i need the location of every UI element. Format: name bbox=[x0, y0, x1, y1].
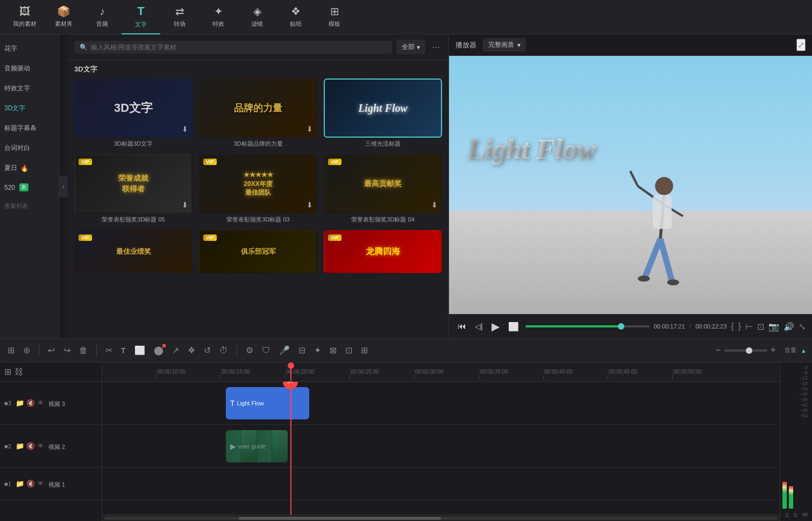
play-button[interactable]: ▶ bbox=[489, 319, 502, 334]
composite-button[interactable]: ↗ bbox=[170, 344, 181, 356]
zoom-out-button[interactable]: − bbox=[715, 345, 721, 356]
magnet-button[interactable]: ⊛ bbox=[21, 344, 32, 356]
content-area: 🔍 全部 ▾ ··· 3D文字 3D文字 bbox=[68, 34, 448, 338]
speed-button[interactable]: ↺ bbox=[202, 344, 213, 356]
snapshot-button[interactable]: 📷 bbox=[768, 322, 779, 332]
sidebar-item-summer[interactable]: 夏日 🔥 bbox=[0, 158, 59, 178]
mark-in-button[interactable]: { bbox=[731, 322, 733, 332]
sidebar-item-more[interactable]: 查看列表 bbox=[0, 197, 59, 216]
step-back-button[interactable]: ⏮ bbox=[455, 320, 468, 332]
more-options-button[interactable]: ··· bbox=[430, 41, 442, 53]
overlay-button[interactable]: ⊞ bbox=[359, 344, 370, 356]
vip-badge: VIP bbox=[203, 159, 217, 165]
track-visible-button[interactable]: 👁 bbox=[37, 480, 44, 488]
timer-button[interactable]: ⏱ bbox=[217, 345, 230, 356]
toolbar-filter[interactable]: ◈ 滤镜 bbox=[238, 0, 276, 34]
track-folder-button[interactable]: 📁 bbox=[16, 480, 24, 488]
shield-button[interactable]: 🛡 bbox=[260, 345, 273, 356]
track-num-2: ■2 bbox=[4, 443, 11, 449]
list-item[interactable]: VIP 龙腾四海 bbox=[324, 230, 442, 273]
fire-button[interactable]: ✦ bbox=[312, 344, 323, 356]
quality-dropdown[interactable]: 完整画质 ▾ bbox=[483, 38, 526, 52]
list-item[interactable]: VIP 荣誉成就联得者 ⬇ 荣誉表彰颁奖3D标题 05 bbox=[74, 154, 193, 224]
light-flow-clip[interactable]: T Light Flow bbox=[226, 387, 309, 419]
user-guide-clip[interactable]: ▶ user guide bbox=[226, 430, 288, 462]
track-mute-button[interactable]: 🔇 bbox=[26, 399, 35, 407]
sidebar-dialogue-label: 台词对白 bbox=[4, 144, 30, 153]
toolbar-effects[interactable]: ✦ 特效 bbox=[199, 0, 238, 34]
dancer-figure bbox=[617, 163, 703, 314]
toolbar-audio[interactable]: ♪ 音频 bbox=[83, 0, 122, 34]
sidebar-item-audio-drive[interactable]: 音频驱动 bbox=[0, 59, 59, 78]
split-button[interactable]: ⊡ bbox=[343, 344, 354, 356]
track-name-3: 视频 3 bbox=[48, 400, 97, 408]
effect-dot-button[interactable]: ⬤ bbox=[152, 344, 166, 356]
stop-button[interactable]: ⬜ bbox=[506, 320, 521, 333]
toolbar-asset-lib[interactable]: 📦 素材库 bbox=[44, 0, 83, 34]
track-folder-button[interactable]: 📁 bbox=[16, 442, 24, 450]
zoom-in-button[interactable]: + bbox=[771, 345, 777, 356]
filter-dropdown[interactable]: 全部 ▾ bbox=[396, 40, 425, 54]
sticker-tool-button[interactable]: ❖ bbox=[186, 344, 197, 356]
list-item[interactable]: VIP 俱乐部冠军 bbox=[199, 230, 317, 273]
progress-bar[interactable] bbox=[525, 325, 650, 327]
layout-button[interactable]: ⊞ bbox=[5, 344, 17, 356]
track-visible-button[interactable]: 👁 bbox=[37, 442, 44, 450]
mic-button[interactable]: 🎤 bbox=[277, 344, 292, 356]
filter-tool-button[interactable]: ⊟ bbox=[296, 344, 308, 356]
toolbar-template[interactable]: ⊞ 模板 bbox=[315, 0, 354, 34]
track-mute-button[interactable]: 🔇 bbox=[26, 442, 35, 450]
list-item[interactable]: VIP ★★★★★20XX年度最佳团队 ⬇ 荣誉表彰颁奖3D标题 03 bbox=[199, 154, 317, 224]
tracks-area: ✂ T Light Flow bbox=[102, 382, 780, 515]
mark-out-button[interactable]: } bbox=[738, 322, 741, 332]
list-item[interactable]: VIP 最佳业绩奖 bbox=[74, 230, 193, 273]
delete-button[interactable]: 🗑 bbox=[77, 345, 90, 356]
download-icon: ⬇ bbox=[182, 201, 188, 209]
sidebar-item-title-sub[interactable]: 标题字幕条 bbox=[0, 118, 59, 138]
track-header-video2: ■2 📁 🔇 👁 视频 2 bbox=[0, 425, 102, 468]
toolbar-my-assets[interactable]: 🖼 我的素材 bbox=[5, 0, 44, 34]
volume-button[interactable]: 🔊 bbox=[783, 322, 794, 332]
template-icon: ⊞ bbox=[330, 5, 339, 18]
svg-rect-9 bbox=[653, 195, 672, 229]
list-item[interactable]: 3D文字 ⬇ 3D标题3D文字 bbox=[74, 78, 193, 148]
undo-button[interactable]: ↩ bbox=[46, 344, 57, 356]
resize-button[interactable]: ⤡ bbox=[799, 322, 806, 332]
track-mute-button[interactable]: 🔇 bbox=[26, 480, 35, 488]
fullscreen-button[interactable]: ⤢ bbox=[796, 39, 806, 51]
toolbar-text[interactable]: T 文字 bbox=[122, 0, 160, 34]
text-tool-button[interactable]: T bbox=[119, 345, 128, 356]
cut-button[interactable]: ✂ bbox=[103, 344, 115, 356]
settings-button[interactable]: ⚙ bbox=[244, 344, 255, 356]
sidebar-item-520[interactable]: 520 新 bbox=[0, 178, 59, 197]
search-input[interactable] bbox=[91, 44, 387, 51]
time-current: 00:00:17:21 bbox=[654, 323, 685, 330]
multi-track-button[interactable]: ⊠ bbox=[327, 344, 339, 356]
collapse-sidebar-button[interactable]: ‹ bbox=[59, 176, 68, 197]
sidebar-item-3d-text[interactable]: 3D文字 bbox=[0, 98, 59, 118]
list-item[interactable]: VIP 最高贡献奖 ⬇ 荣誉表彰颁奖3D标题 04 bbox=[324, 154, 442, 224]
list-item[interactable]: Light Flow 三维光流标题 bbox=[324, 78, 442, 148]
sidebar-item-huazi[interactable]: 花字 bbox=[0, 39, 59, 59]
crop-button[interactable]: ⬜ bbox=[132, 344, 147, 356]
screen-mirror-button[interactable]: ⊡ bbox=[757, 322, 764, 332]
sidebar-item-dialogue[interactable]: 台词对白 bbox=[0, 138, 59, 158]
export-frame-button[interactable]: ⊢ bbox=[745, 322, 753, 332]
chain-button[interactable]: ⛓ bbox=[15, 367, 23, 377]
zoom-slider[interactable] bbox=[724, 349, 767, 352]
track-num-3: ■3 bbox=[4, 400, 11, 406]
sidebar-item-effect-text[interactable]: 特效文字 bbox=[0, 78, 59, 98]
track-visible-button[interactable]: 👁 bbox=[37, 399, 44, 407]
preview-controls: ⏮ ◁| ▶ ⬜ 00:00:17:21 / 00:00:22:23 { } ⊢… bbox=[449, 314, 812, 338]
frame-back-button[interactable]: ◁| bbox=[473, 321, 485, 332]
toolbar-transition[interactable]: ⇄ 转场 bbox=[160, 0, 199, 34]
scrollbar-track[interactable] bbox=[104, 517, 778, 520]
redo-button[interactable]: ↪ bbox=[61, 344, 73, 356]
thumb-award5: VIP 荣誉成就联得者 ⬇ bbox=[74, 154, 193, 213]
list-item[interactable]: 品牌的力量 ⬇ 3D标题品牌的力量 bbox=[199, 78, 317, 148]
add-track-button[interactable]: ⊞ bbox=[4, 367, 11, 377]
track-row-3: ✂ T Light Flow bbox=[102, 382, 780, 425]
toolbar-text-label: 文字 bbox=[135, 20, 147, 28]
track-folder-button[interactable]: 📁 bbox=[16, 399, 24, 407]
toolbar-sticker[interactable]: ❖ 贴纸 bbox=[276, 0, 315, 34]
